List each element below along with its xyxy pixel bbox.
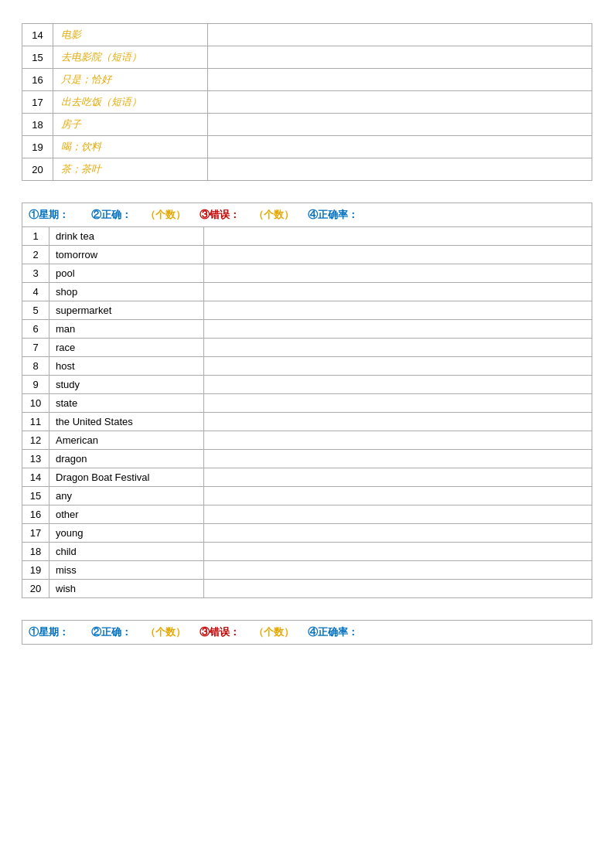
quiz-row: 9 study	[22, 376, 592, 394]
vocab-answer	[208, 158, 592, 181]
vocab-answer	[208, 91, 592, 114]
vocab-row: 18 房子	[22, 114, 592, 136]
quiz-row: 18 child	[22, 543, 592, 561]
vocab-chinese: 喝；饮料	[53, 136, 208, 158]
quiz-answer	[204, 357, 592, 376]
quiz-answer	[204, 561, 592, 580]
quiz-answer	[204, 580, 592, 598]
quiz-section-2: ①星期： ②正确： （个数） ③错误： （个数） ④正确率：	[22, 620, 592, 645]
vocab-row: 16 只是；恰好	[22, 69, 592, 91]
quiz-header-row: ①星期： ②正确： （个数） ③错误： （个数） ④正确率：	[22, 203, 592, 227]
vocab-row: 17 出去吃饭（短语）	[22, 91, 592, 114]
quiz-row: 6 man	[22, 320, 592, 339]
quiz-row: 7 race	[22, 339, 592, 357]
quiz-num: 7	[22, 339, 49, 357]
quiz-num: 4	[22, 283, 49, 301]
quiz-num: 15	[22, 487, 49, 505]
quiz-num: 17	[22, 524, 49, 543]
quiz-num: 19	[22, 561, 49, 580]
vocab-num: 17	[22, 91, 53, 114]
quiz-num: 20	[22, 580, 49, 598]
quiz-word: host	[49, 357, 204, 376]
quiz-row: 15 any	[22, 487, 592, 505]
quiz-answer	[204, 301, 592, 320]
header-label-wrong: ③错误：	[200, 209, 240, 220]
header-label-rate: ④正确率：	[308, 626, 358, 638]
header-label-wrong: ③错误：	[200, 626, 240, 638]
quiz-word: tomorrow	[49, 246, 204, 264]
vocab-chinese: 出去吃饭（短语）	[53, 91, 208, 114]
quiz-answer	[204, 394, 592, 413]
vocab-row: 19 喝；饮料	[22, 136, 592, 158]
vocab-num: 20	[22, 158, 53, 181]
quiz-row: 10 state	[22, 394, 592, 413]
quiz-num: 9	[22, 376, 49, 394]
header-label-week: ①星期：	[29, 209, 69, 220]
quiz-answer	[204, 524, 592, 543]
quiz-num: 10	[22, 394, 49, 413]
quiz-num: 3	[22, 264, 49, 283]
quiz-row: 1 drink tea	[22, 227, 592, 246]
quiz-word: shop	[49, 283, 204, 301]
quiz-num: 14	[22, 468, 49, 487]
quiz-num: 2	[22, 246, 49, 264]
quiz-row: 2 tomorrow	[22, 246, 592, 264]
quiz-answer	[204, 487, 592, 505]
quiz-row: 17 young	[22, 524, 592, 543]
quiz-row: 19 miss	[22, 561, 592, 580]
quiz-row: 20 wish	[22, 580, 592, 598]
quiz-answer	[204, 543, 592, 561]
vocab-row: 15 去电影院（短语）	[22, 46, 592, 69]
quiz-row: 5 supermarket	[22, 301, 592, 320]
vocab-table: 14 电影 15 去电影院（短语） 16 只是；恰好 17 出去吃饭（短语） 1…	[22, 23, 592, 181]
quiz-answer	[204, 413, 592, 431]
quiz-num: 8	[22, 357, 49, 376]
quiz-answer	[204, 264, 592, 283]
vocab-chinese: 去电影院（短语）	[53, 46, 208, 69]
vocab-num: 16	[22, 69, 53, 91]
vocab-answer	[208, 46, 592, 69]
quiz-word: American	[49, 431, 204, 450]
vocab-chinese: 茶；茶叶	[53, 158, 208, 181]
quiz-word: state	[49, 394, 204, 413]
header-label-rate: ④正确率：	[308, 209, 358, 220]
quiz-word: pool	[49, 264, 204, 283]
vocab-answer	[208, 69, 592, 91]
quiz-answer	[204, 431, 592, 450]
header-label-correct-count: （个数）	[145, 626, 186, 638]
quiz-word: young	[49, 524, 204, 543]
quiz-num: 11	[22, 413, 49, 431]
quiz-num: 12	[22, 431, 49, 450]
quiz-word: child	[49, 543, 204, 561]
quiz-row: 14 Dragon Boat Festival	[22, 468, 592, 487]
quiz-word: race	[49, 339, 204, 357]
quiz-row: 11 the United States	[22, 413, 592, 431]
quiz-word: study	[49, 376, 204, 394]
vocab-num: 14	[22, 24, 53, 46]
quiz-answer	[204, 505, 592, 524]
quiz-word: the United States	[49, 413, 204, 431]
header-label-correct: ②正确：	[91, 626, 131, 638]
quiz-word: miss	[49, 561, 204, 580]
quiz-row: 8 host	[22, 357, 592, 376]
quiz-header-cell: ①星期： ②正确： （个数） ③错误： （个数） ④正确率：	[22, 621, 592, 645]
vocab-answer	[208, 24, 592, 46]
quiz-num: 13	[22, 450, 49, 468]
quiz-row: 12 American	[22, 431, 592, 450]
vocab-row: 20 茶；茶叶	[22, 158, 592, 181]
vocab-num: 18	[22, 114, 53, 136]
quiz-word: wish	[49, 580, 204, 598]
quiz-num: 5	[22, 301, 49, 320]
quiz-answer	[204, 376, 592, 394]
vocab-answer	[208, 136, 592, 158]
quiz-word: dragon	[49, 450, 204, 468]
quiz-row: 16 other	[22, 505, 592, 524]
vocab-row: 14 电影	[22, 24, 592, 46]
quiz-answer	[204, 246, 592, 264]
quiz-word: man	[49, 320, 204, 339]
vocab-chinese: 电影	[53, 24, 208, 46]
quiz-answer	[204, 283, 592, 301]
quiz-answer	[204, 468, 592, 487]
quiz-answer	[204, 339, 592, 357]
header-label-wrong-count: （个数）	[254, 209, 294, 220]
